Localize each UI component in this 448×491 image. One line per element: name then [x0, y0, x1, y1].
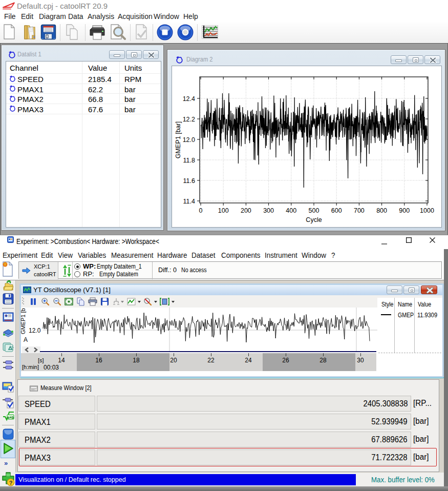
svg-text:800: 800 [376, 207, 387, 214]
svg-text:Cycle: Cycle [306, 216, 322, 223]
svg-text:500: 500 [309, 207, 319, 214]
svg-text:600: 600 [331, 207, 342, 214]
svg-text:900: 900 [399, 207, 410, 214]
svg-text:11.6: 11.6 [183, 177, 195, 185]
svg-text:a+b: a+b [7, 415, 14, 420]
svg-text:200: 200 [241, 207, 251, 214]
svg-text:700: 700 [354, 207, 365, 214]
svg-text:0: 0 [199, 207, 203, 214]
svg-text:12.4: 12.4 [183, 95, 195, 103]
svg-text:12.2: 12.2 [183, 116, 195, 123]
svg-text:GMEP1 [bar]: GMEP1 [bar] [175, 121, 182, 158]
svg-text:11.4: 11.4 [183, 198, 195, 205]
svg-text:1000: 1000 [420, 207, 434, 214]
svg-text:?: ? [9, 480, 13, 486]
svg-text:400: 400 [286, 207, 296, 214]
svg-text:100: 100 [218, 207, 229, 214]
svg-text:300: 300 [263, 207, 274, 214]
svg-text:11.8: 11.8 [183, 157, 195, 164]
svg-text:12.0: 12.0 [183, 136, 195, 144]
